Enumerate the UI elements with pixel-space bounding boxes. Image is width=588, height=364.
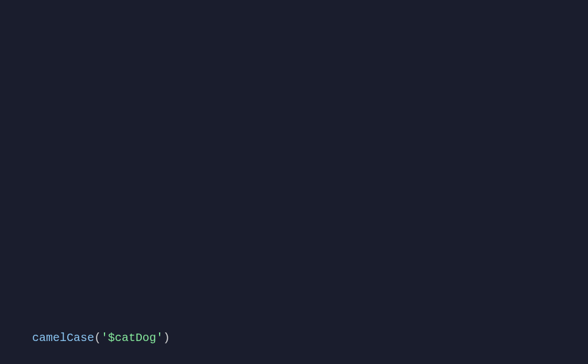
function-name-token: camelCase	[32, 331, 94, 344]
string-quote-open-token: '	[101, 331, 108, 344]
string-quote-close-token: '	[156, 331, 163, 344]
string-content-token: $catDog	[108, 331, 156, 344]
close-paren-token: )	[163, 331, 170, 344]
code-line[interactable]: camelCase('$catDog')	[32, 330, 170, 347]
open-paren-token: (	[94, 331, 101, 344]
